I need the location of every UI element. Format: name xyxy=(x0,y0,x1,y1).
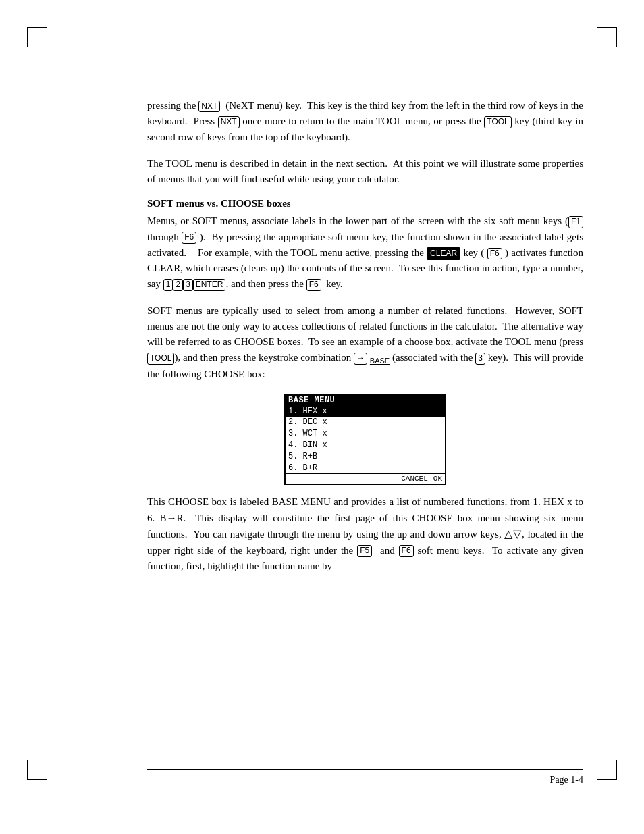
f1-key: F1 xyxy=(568,216,583,228)
corner-mark-tr xyxy=(597,27,617,47)
key-3: 3 xyxy=(475,353,485,365)
calc-screen: BASE MENU 1. HEX x 2. DEC x 3. WCT x 4. … xyxy=(284,394,446,486)
page-number: Page 1-4 xyxy=(550,775,583,785)
ok-label: OK xyxy=(433,475,442,483)
f6-key: F6 xyxy=(182,232,196,244)
calc-screen-title: BASE MENU xyxy=(286,395,445,406)
cancel-label: CANCEL xyxy=(401,475,428,483)
calc-row-6: 6. B+R xyxy=(286,463,445,474)
calc-screen-container: BASE MENU 1. HEX x 2. DEC x 3. WCT x 4. … xyxy=(147,394,583,486)
up-arrow-symbol: △ xyxy=(504,528,513,540)
nxt-key-2: NXT xyxy=(218,116,240,128)
calc-row-4: 4. BIN x xyxy=(286,440,445,451)
calc-row-3: 3. WCT x xyxy=(286,428,445,440)
paragraph-2: The TOOL menu is described in detain in … xyxy=(147,156,583,188)
clear-key-highlight: CLEAR xyxy=(427,247,460,261)
paragraph-3: Menus, or SOFT menus, associate labels i… xyxy=(147,213,583,292)
num-2-key: 2 xyxy=(173,279,183,291)
down-arrow-symbol: ▽ xyxy=(513,528,522,540)
footer-line xyxy=(147,769,583,770)
num-3-key: 3 xyxy=(183,279,193,291)
corner-mark-tl xyxy=(27,27,47,47)
enter-key: ENTER xyxy=(193,279,226,291)
calc-row-5: 5. R+B xyxy=(286,451,445,463)
f6-key-b: F6 xyxy=(487,248,502,260)
corner-mark-bl xyxy=(27,760,47,780)
calc-screen-footer: CANCEL OK xyxy=(286,473,445,484)
calc-row-1: 1. HEX x xyxy=(286,406,445,417)
base-sublabel: BASE xyxy=(370,357,390,365)
right-arrow-key: → xyxy=(354,353,367,365)
paragraph-4: SOFT menus are typically used to select … xyxy=(147,303,583,383)
section-heading: SOFT menus vs. CHOOSE boxes xyxy=(147,198,583,209)
paragraph-1: pressing the NXT (NeXT menu) key. This k… xyxy=(147,98,583,145)
corner-mark-br xyxy=(597,760,617,780)
nxt-key: NXT xyxy=(198,101,220,113)
tool-key-2: TOOL xyxy=(147,353,174,365)
num-1-key: 1 xyxy=(163,279,173,291)
calc-row-2: 2. DEC x xyxy=(286,417,445,428)
tool-key: TOOL xyxy=(484,116,511,128)
paragraph-5: This CHOOSE box is labeled BASE MENU and… xyxy=(147,494,583,574)
f6-key-d: F6 xyxy=(399,545,414,557)
page: pressing the NXT (NeXT menu) key. This k… xyxy=(0,0,644,834)
f6-key-c: F6 xyxy=(306,279,321,291)
through-text: through xyxy=(147,232,182,242)
main-content: pressing the NXT (NeXT menu) key. This k… xyxy=(147,98,583,753)
f5-key: F5 xyxy=(357,545,372,557)
